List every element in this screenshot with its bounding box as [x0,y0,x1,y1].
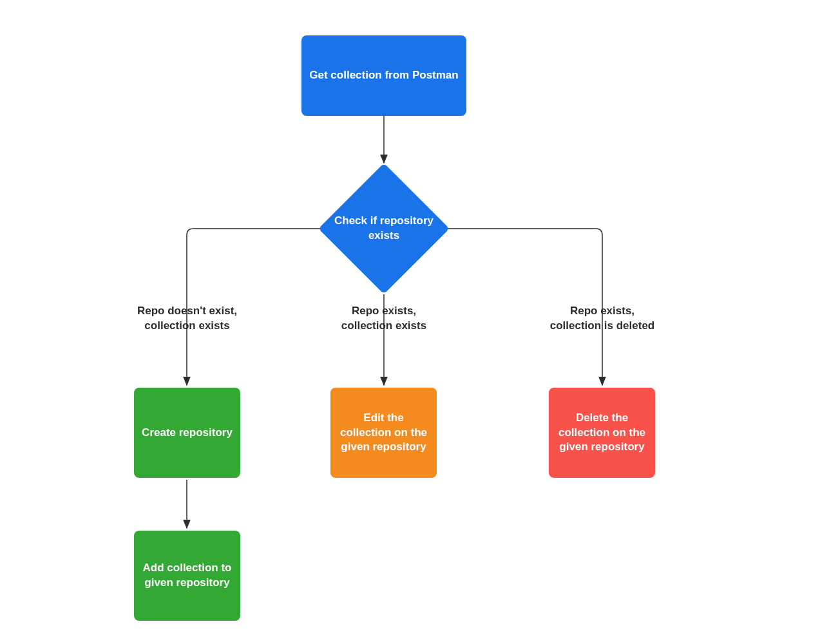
node-get-collection: Get collection from Postman [301,35,466,116]
node-add-collection: Add collection to given repository [134,531,240,621]
node-label: Add collection to given repository [140,561,234,591]
node-label: Get collection from Postman [309,68,458,83]
node-delete-collection: Delete the collection on the given repos… [549,388,655,478]
node-decision-check-repo: Check if repository exists [338,182,430,275]
node-label: Create repository [142,426,233,440]
node-create-repository: Create repository [134,388,240,478]
edge-label-right: Repo exists,collection is deleted [535,304,670,334]
edge-label-middle: Repo exists,collection exists [301,304,466,334]
node-label: Check if repository exists [319,214,449,243]
node-label: Edit the collection on the given reposit… [337,411,430,455]
edge-label-left: Repo doesn't exist,collection exists [95,304,279,334]
node-edit-collection: Edit the collection on the given reposit… [330,388,437,478]
node-label: Delete the collection on the given repos… [555,411,649,455]
